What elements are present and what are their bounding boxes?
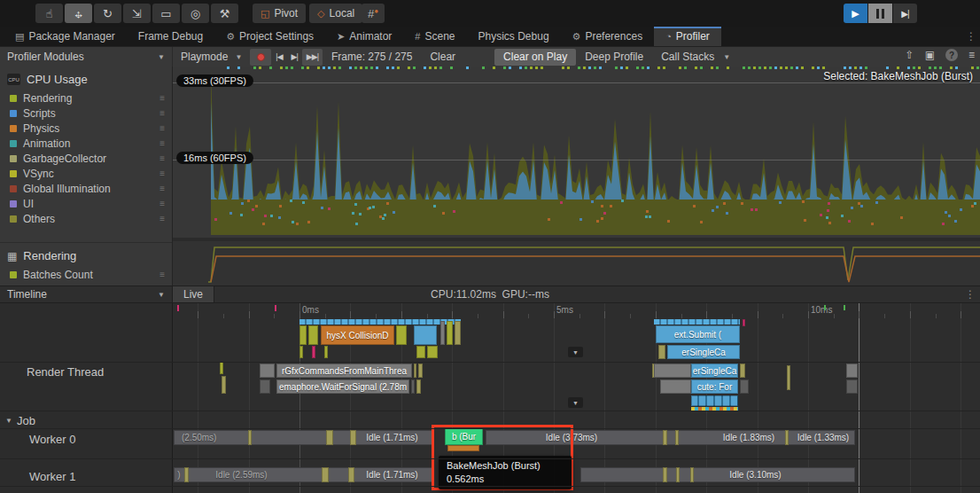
timeline-sample[interactable] bbox=[414, 364, 416, 378]
legend-color-swatch[interactable] bbox=[10, 95, 17, 102]
timeline-sample[interactable] bbox=[654, 319, 740, 325]
context-menu-icon[interactable]: ≡ bbox=[968, 49, 975, 61]
timeline-sample[interactable] bbox=[676, 467, 680, 482]
cpu-usage-chart[interactable] bbox=[173, 67, 980, 240]
pause-button[interactable] bbox=[868, 4, 892, 23]
legend-color-swatch[interactable] bbox=[10, 110, 17, 117]
playmode-dropdown[interactable]: Playmode ▼ bbox=[173, 47, 250, 67]
timeline-sample[interactable] bbox=[312, 346, 315, 358]
timeline-sample[interactable] bbox=[846, 364, 858, 378]
timeline-sample-ersingleca[interactable]: erSingleCa bbox=[691, 364, 738, 378]
timeline-sample[interactable] bbox=[322, 467, 329, 482]
timeline-sample-ersingleca[interactable]: erSingleCa bbox=[667, 345, 740, 359]
timeline-sample[interactable] bbox=[299, 325, 307, 345]
timeline-sample[interactable] bbox=[740, 364, 745, 378]
tab-profiler[interactable]: ◔Profiler bbox=[654, 27, 721, 46]
timeline-sample[interactable] bbox=[299, 346, 303, 358]
timeline-sample[interactable] bbox=[260, 380, 270, 394]
rotate-tool-button[interactable]: ↻ bbox=[94, 4, 121, 23]
timeline-sample[interactable] bbox=[846, 380, 858, 394]
timeline-sample[interactable] bbox=[447, 321, 453, 345]
live-toggle-button[interactable]: Live bbox=[173, 286, 214, 302]
timeline-sample[interactable] bbox=[787, 365, 790, 390]
timeline-sample[interactable] bbox=[416, 380, 421, 394]
drag-handle-icon[interactable]: ≡ bbox=[159, 184, 172, 193]
timeline-sample[interactable] bbox=[326, 430, 333, 445]
drag-handle-icon[interactable]: ≡ bbox=[159, 123, 172, 133]
legend-color-swatch[interactable] bbox=[10, 200, 17, 207]
timeline-sample[interactable] bbox=[184, 467, 189, 482]
timeline-sample[interactable] bbox=[299, 319, 461, 325]
timeline-sample[interactable] bbox=[414, 325, 437, 345]
timeline-sample[interactable] bbox=[690, 467, 694, 482]
legend-item-ui[interactable]: UI≡ bbox=[0, 196, 172, 211]
timeline-sample[interactable] bbox=[440, 321, 445, 345]
legend-color-swatch[interactable] bbox=[10, 155, 17, 162]
tab-frame-debug[interactable]: Frame Debug bbox=[127, 27, 214, 46]
tab-scene[interactable]: #Scene bbox=[403, 27, 466, 46]
timeline-view-dropdown[interactable]: Timeline ▼ bbox=[0, 286, 173, 302]
timeline-sample[interactable] bbox=[411, 380, 415, 394]
legend-item-scripts[interactable]: Scripts≡ bbox=[0, 106, 172, 121]
timeline-sample-emaphore-waitforsignal-2-78m[interactable]: emaphore.WaitForSignal (2.78m bbox=[276, 380, 409, 394]
drag-handle-icon[interactable]: ≡ bbox=[159, 214, 172, 223]
drag-handle-icon[interactable]: ≡ bbox=[159, 93, 172, 103]
timeline-sample[interactable] bbox=[308, 325, 318, 345]
timeline-sample[interactable] bbox=[654, 364, 691, 378]
timeline-sample[interactable] bbox=[675, 430, 679, 445]
timeline-sample[interactable] bbox=[663, 467, 667, 482]
legend-color-swatch[interactable] bbox=[10, 170, 17, 177]
tab-project-settings[interactable]: ⚙Project Settings bbox=[214, 27, 325, 46]
timeline-sample[interactable] bbox=[418, 364, 423, 378]
legend-color-swatch[interactable] bbox=[10, 125, 17, 132]
timeline-sample[interactable] bbox=[658, 345, 665, 359]
cpu-usage-module-header[interactable]: CPU CPU Usage bbox=[0, 67, 172, 90]
legend-color-swatch[interactable] bbox=[10, 140, 17, 147]
timeline-sample[interactable] bbox=[691, 395, 738, 406]
legend-item-batches-count[interactable]: Batches Count≡ bbox=[0, 267, 172, 282]
timeline-sample[interactable] bbox=[222, 376, 226, 394]
timeline-sample[interactable] bbox=[740, 380, 749, 394]
tabs-menu-icon[interactable]: ⋮ bbox=[966, 30, 976, 43]
save-profile-icon[interactable]: ▣ bbox=[925, 49, 935, 61]
hand-tool-button[interactable]: ☝ bbox=[35, 4, 63, 23]
timeline-sample-cute-for[interactable]: cute: For bbox=[691, 380, 738, 394]
last-frame-button[interactable]: ▶▶| bbox=[302, 49, 323, 66]
grid-snap-button[interactable]: #● bbox=[362, 4, 385, 23]
legend-item-animation[interactable]: Animation≡ bbox=[0, 136, 172, 151]
legend-item-physics[interactable]: Physics≡ bbox=[0, 121, 172, 136]
rect-tool-button[interactable]: ▭ bbox=[152, 4, 180, 23]
drag-handle-icon[interactable]: ≡ bbox=[159, 138, 172, 148]
tab-physics-debug[interactable]: Physics Debug bbox=[467, 27, 561, 46]
foldout-arrow-icon[interactable]: ▼ bbox=[5, 417, 12, 425]
load-profile-icon[interactable]: ⇧ bbox=[906, 49, 914, 61]
timeline-sample[interactable] bbox=[260, 364, 275, 378]
timeline-canvas[interactable]: BakeMeshJob (Burst) 0.562ms 0ms5ms10mshy… bbox=[0, 303, 980, 493]
drag-handle-icon[interactable]: ≡ bbox=[159, 153, 172, 163]
timeline-sample[interactable] bbox=[743, 319, 745, 326]
timeline-sample[interactable] bbox=[324, 346, 328, 358]
legend-color-swatch[interactable] bbox=[10, 185, 17, 192]
pivot-toggle-button[interactable]: ◱Pivot bbox=[253, 4, 306, 23]
legend-item-vsync[interactable]: VSync≡ bbox=[0, 166, 172, 181]
drag-handle-icon[interactable]: ≡ bbox=[159, 199, 172, 208]
local-toggle-button[interactable]: ◇Local bbox=[309, 4, 362, 23]
help-icon[interactable]: ? bbox=[945, 49, 958, 61]
thread-label-job[interactable]: ▼Job bbox=[5, 414, 35, 427]
custom-tools-button[interactable]: ⚒ bbox=[211, 4, 238, 23]
profiler-modules-dropdown[interactable]: Profiler Modules ▼ bbox=[0, 47, 173, 67]
drag-handle-icon[interactable]: ≡ bbox=[159, 270, 172, 279]
deep-profile-toggle[interactable]: Deep Profile bbox=[576, 49, 652, 66]
tab-package-manager[interactable]: ▤Package Manager bbox=[4, 27, 127, 46]
rendering-module-header[interactable]: ▦ Rendering bbox=[0, 243, 172, 267]
collapse-group-button[interactable]: ▼ bbox=[568, 347, 583, 357]
timeline-sample-hysx-collisiond[interactable]: hysX CollisionD bbox=[321, 325, 394, 345]
drag-handle-icon[interactable]: ≡ bbox=[159, 168, 172, 178]
timeline-sample[interactable] bbox=[660, 380, 691, 394]
timeline-sample[interactable] bbox=[455, 321, 461, 345]
timeline-sample[interactable] bbox=[348, 467, 354, 482]
play-button[interactable]: ▶ bbox=[844, 4, 867, 23]
chevron-down-icon[interactable]: ▼ bbox=[723, 53, 730, 61]
timeline-sample-rgfxcommandsfrommainthrea[interactable]: rGfxCommandsFromMainThrea bbox=[276, 364, 412, 378]
timeline-sample[interactable] bbox=[220, 362, 223, 374]
